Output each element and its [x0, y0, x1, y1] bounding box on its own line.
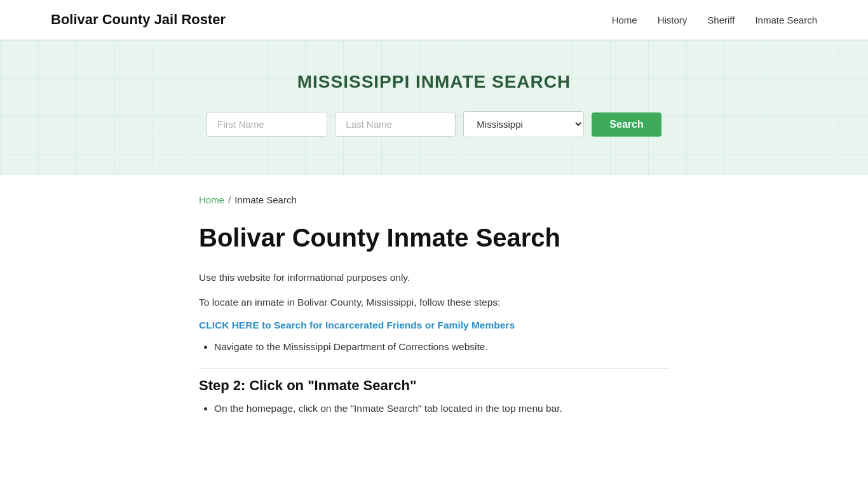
main-nav: Home History Sheriff Inmate Search — [612, 15, 817, 25]
step1-bullet-1: Navigate to the Mississippi Department o… — [214, 339, 669, 355]
step1-list: Navigate to the Mississippi Department o… — [214, 339, 669, 355]
breadcrumb: Home / Inmate Search — [199, 194, 669, 205]
breadcrumb-current: Inmate Search — [234, 194, 297, 205]
first-name-input[interactable] — [207, 112, 327, 137]
step2-list: On the homepage, click on the "Inmate Se… — [214, 400, 669, 417]
banner-title: MISSISSIPPI INMATE SEARCH — [13, 72, 855, 92]
breadcrumb-home-link[interactable]: Home — [199, 194, 224, 205]
intro-para-2: To locate an inmate in Bolivar County, M… — [199, 295, 669, 311]
nav-home[interactable]: Home — [612, 15, 637, 25]
state-select[interactable]: Mississippi Alabama Arkansas Louisiana T… — [463, 111, 584, 137]
nav-inmate-search[interactable]: Inmate Search — [755, 15, 817, 25]
search-button[interactable]: Search — [592, 112, 661, 137]
site-title[interactable]: Bolivar County Jail Roster — [51, 11, 226, 28]
page-title: Bolivar County Inmate Search — [199, 223, 669, 252]
breadcrumb-separator: / — [228, 194, 231, 205]
search-banner: MISSISSIPPI INMATE SEARCH Mississippi Al… — [0, 40, 868, 175]
last-name-input[interactable] — [335, 112, 456, 137]
main-content: Home / Inmate Search Bolivar County Inma… — [148, 175, 720, 461]
nav-history[interactable]: History — [658, 15, 688, 25]
nav-sheriff[interactable]: Sheriff — [707, 15, 735, 25]
intro-para-1: Use this website for informational purpo… — [199, 270, 669, 286]
site-header: Bolivar County Jail Roster Home History … — [0, 0, 868, 40]
search-form: Mississippi Alabama Arkansas Louisiana T… — [13, 111, 855, 137]
step2-heading: Step 2: Click on "Inmate Search" — [199, 368, 669, 394]
step2-bullet-1: On the homepage, click on the "Inmate Se… — [214, 400, 669, 417]
incarcerated-search-link[interactable]: CLICK HERE to Search for Incarcerated Fr… — [199, 320, 515, 330]
